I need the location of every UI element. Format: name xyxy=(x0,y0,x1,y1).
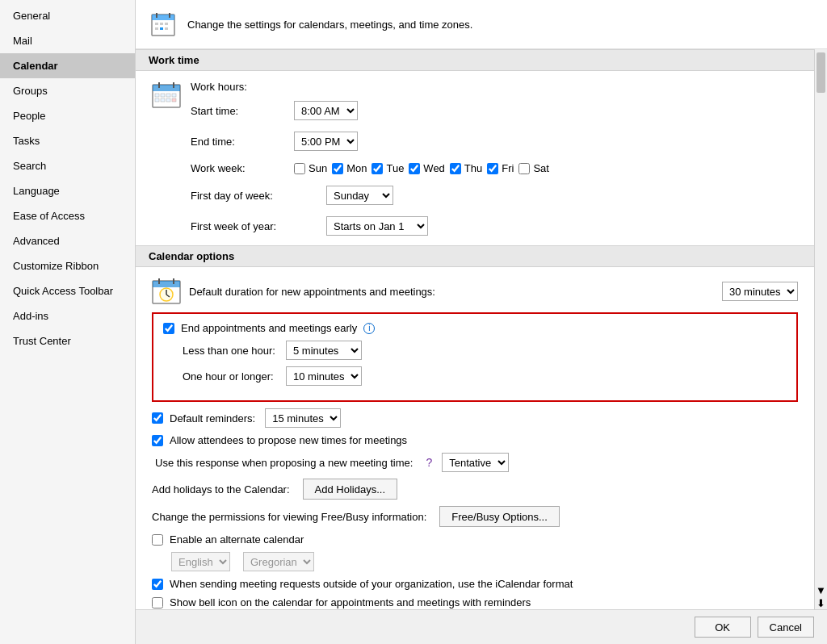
svg-rect-16 xyxy=(166,94,170,97)
allow-attendees-label: Allow attendees to propose new times for… xyxy=(170,434,407,446)
scrollbar-track[interactable]: ▼ ⬇ xyxy=(814,49,827,609)
work-week-row: Work week: Sun Mon Tue Wed xyxy=(191,162,551,174)
sidebar-item-people[interactable]: People xyxy=(0,103,135,128)
start-time-row: Start time: 8:00 AM 7:00 AM 9:00 AM xyxy=(191,101,551,120)
sidebar-item-quickaccess[interactable]: Quick Access Toolbar xyxy=(0,278,135,303)
tentative-icon: ? xyxy=(426,456,432,469)
add-holidays-button[interactable]: Add Holidays... xyxy=(303,479,397,500)
bell-checkbox[interactable] xyxy=(152,597,163,608)
work-hours-label: Work hours: xyxy=(191,81,551,93)
first-week-row: First week of year: Starts on Jan 1 Firs… xyxy=(191,216,551,236)
default-duration-select[interactable]: 30 minutes 15 minutes 60 minutes xyxy=(722,282,798,301)
default-reminders-select[interactable]: 15 minutes 5 minutes 30 minutes xyxy=(265,408,341,428)
less-than-hour-row: Less than one hour: 5 minutes 10 minutes xyxy=(163,341,787,360)
svg-rect-11 xyxy=(153,85,180,91)
cb-mon[interactable] xyxy=(332,163,343,174)
start-time-label: Start time: xyxy=(191,105,288,117)
free-busy-button[interactable]: Free/Busy Options... xyxy=(439,506,560,527)
icalendar-row: When sending meeting requests outside of… xyxy=(152,578,798,590)
day-wed: Wed xyxy=(423,162,445,174)
work-hours-section: Work hours: Start time: 8:00 AM 7:00 AM … xyxy=(136,71,814,245)
default-reminders-checkbox[interactable] xyxy=(152,412,163,424)
start-time-select[interactable]: 8:00 AM 7:00 AM 9:00 AM xyxy=(294,101,358,120)
less-than-hour-select[interactable]: 5 minutes 10 minutes xyxy=(286,341,362,360)
svg-rect-1 xyxy=(152,15,174,20)
day-thu: Thu xyxy=(464,162,482,174)
early-end-box: End appointments and meetings early i Le… xyxy=(152,312,798,402)
svg-rect-23 xyxy=(153,281,180,287)
icalendar-label: When sending meeting requests outside of… xyxy=(170,578,573,590)
use-response-select[interactable]: Tentative Accept Decline xyxy=(442,453,509,472)
sidebar-item-addins[interactable]: Add-ins xyxy=(0,303,135,328)
sidebar-item-mail[interactable]: Mail xyxy=(0,28,135,53)
footer: OK Cancel xyxy=(136,609,827,644)
day-sat: Sat xyxy=(533,162,549,174)
sidebar-item-calendar[interactable]: Calendar xyxy=(0,53,135,78)
work-hours-fields: Work hours: Start time: 8:00 AM 7:00 AM … xyxy=(191,81,551,242)
change-permissions-row: Change the permissions for viewing Free/… xyxy=(152,506,798,527)
scroll-bottom[interactable]: ⬇ xyxy=(815,596,827,609)
one-hour-label: One hour or longer: xyxy=(183,370,279,383)
sidebar-item-language[interactable]: Language xyxy=(0,178,135,203)
use-response-row: Use this response when proposing a new m… xyxy=(152,453,798,472)
sidebar-item-ease[interactable]: Ease of Access xyxy=(0,203,135,228)
work-time-section-header: Work time xyxy=(136,49,814,71)
end-early-row: End appointments and meetings early i xyxy=(163,322,787,334)
calendar-options-header: Calendar options xyxy=(136,245,814,267)
less-than-hour-label: Less than one hour: xyxy=(183,345,279,357)
cb-fri[interactable] xyxy=(487,163,498,174)
svg-rect-19 xyxy=(161,98,165,102)
default-duration-row: Default duration for new appointments an… xyxy=(152,277,798,306)
one-hour-select[interactable]: 10 minutes 5 minutes 15 minutes xyxy=(286,366,362,386)
sidebar-item-groups[interactable]: Groups xyxy=(0,78,135,103)
svg-rect-17 xyxy=(172,94,176,97)
one-hour-row: One hour or longer: 10 minutes 5 minutes… xyxy=(163,366,787,386)
day-tue: Tue xyxy=(386,162,404,174)
icalendar-checkbox[interactable] xyxy=(152,579,163,590)
ok-button[interactable]: OK xyxy=(695,617,751,638)
alternate-lang-select[interactable]: English xyxy=(171,552,230,571)
cb-wed[interactable] xyxy=(409,163,420,174)
sidebar-item-customize[interactable]: Customize Ribbon xyxy=(0,253,135,278)
add-holidays-row: Add holidays to the Calendar: Add Holida… xyxy=(152,479,798,500)
alternate-type-select[interactable]: Gregorian xyxy=(243,552,314,571)
calendar-options-icon xyxy=(152,277,181,306)
scroll-down-arrow[interactable]: ▼ xyxy=(815,583,827,596)
end-early-checkbox[interactable] xyxy=(163,323,174,334)
sidebar-item-search[interactable]: Search xyxy=(0,153,135,178)
main-container: General Mail Calendar Groups People Task… xyxy=(0,0,827,644)
change-permissions-label: Change the permissions for viewing Free/… xyxy=(152,511,426,523)
scrollbar-thumb[interactable] xyxy=(817,52,825,93)
content-area: Change the settings for calendars, meeti… xyxy=(136,0,827,644)
svg-rect-5 xyxy=(160,23,163,25)
sidebar-item-tasks[interactable]: Tasks xyxy=(0,128,135,153)
sidebar: General Mail Calendar Groups People Task… xyxy=(0,0,136,644)
allow-attendees-checkbox[interactable] xyxy=(152,435,163,446)
enable-alternate-row: Enable an alternate calendar xyxy=(152,533,798,546)
sidebar-item-general[interactable]: General xyxy=(0,3,135,28)
svg-rect-18 xyxy=(155,98,159,102)
first-week-select[interactable]: Starts on Jan 1 First full week First 4-… xyxy=(326,216,428,236)
work-week-label: Work week: xyxy=(191,162,288,174)
day-sun: Sun xyxy=(309,162,327,174)
end-time-select[interactable]: 5:00 PM 4:00 PM 6:00 PM xyxy=(294,132,358,151)
svg-rect-6 xyxy=(165,23,168,25)
svg-rect-15 xyxy=(161,94,165,97)
cancel-button[interactable]: Cancel xyxy=(758,617,814,638)
svg-rect-20 xyxy=(166,98,170,102)
bell-row: Show bell icon on the calendar for appoi… xyxy=(152,596,798,608)
sidebar-item-advanced[interactable]: Advanced xyxy=(0,228,135,253)
sidebar-item-trustcenter[interactable]: Trust Center xyxy=(0,328,135,353)
first-day-label: First day of week: xyxy=(191,190,320,202)
cb-tue[interactable] xyxy=(372,163,383,174)
end-time-row: End time: 5:00 PM 4:00 PM 6:00 PM xyxy=(191,132,551,151)
enable-alternate-checkbox[interactable] xyxy=(152,534,163,546)
end-early-info-icon[interactable]: i xyxy=(363,323,375,334)
first-day-select[interactable]: Sunday Monday Saturday xyxy=(326,186,393,205)
default-duration-label: Default duration for new appointments an… xyxy=(189,286,714,298)
calendar-options-content: Default duration for new appointments an… xyxy=(136,267,814,609)
cb-sat[interactable] xyxy=(518,163,530,174)
cb-thu[interactable] xyxy=(450,163,461,174)
cb-sun[interactable] xyxy=(294,163,305,174)
day-checkboxes: Sun Mon Tue Wed Thu Fri xyxy=(294,162,551,174)
